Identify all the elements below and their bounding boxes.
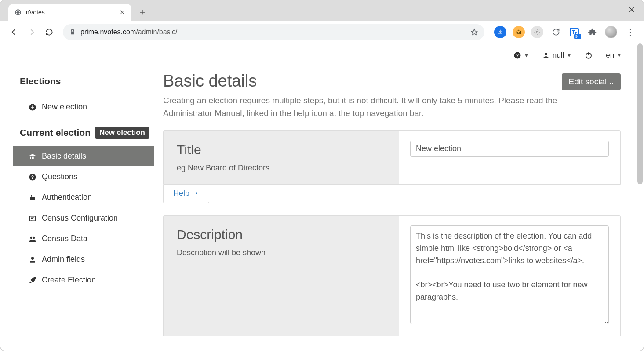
sidebar-item-label: Admin fields — [42, 255, 85, 264]
user-label: null — [553, 51, 564, 60]
help-toggle-title[interactable]: Help — [163, 185, 209, 203]
svg-rect-14 — [30, 197, 35, 200]
current-election-badge: New election — [95, 127, 149, 139]
sidebar-item-label: Basic details — [42, 152, 86, 161]
field-heading-description: Description — [177, 227, 386, 242]
new-tab-button[interactable] — [136, 6, 149, 19]
translate-extension-icon[interactable]: 9+ — [568, 26, 580, 38]
window-close-icon[interactable] — [627, 5, 637, 14]
edit-social-button[interactable]: Edit social... — [562, 73, 621, 90]
unlock-icon — [29, 194, 36, 202]
sidebar-item-basic-details[interactable]: Basic details — [13, 146, 154, 166]
close-tab-icon[interactable] — [119, 9, 125, 15]
svg-point-9 — [545, 53, 547, 55]
caret-down-icon: ▼ — [567, 53, 571, 58]
back-button[interactable] — [7, 25, 22, 40]
svg-point-17 — [33, 236, 35, 239]
tab-title: nVotes — [26, 9, 115, 16]
browser-menu-icon[interactable]: ⋮ — [623, 27, 637, 37]
chat-extension-icon[interactable] — [549, 26, 562, 38]
language-label: en — [606, 51, 614, 60]
user-menu[interactable]: null ▼ — [542, 51, 571, 60]
description-textarea[interactable] — [410, 225, 609, 324]
svg-point-3 — [517, 32, 518, 33]
sidebar-link-label: New election — [42, 102, 87, 112]
form-row-title: Title eg.New Board of Directors — [163, 130, 621, 185]
language-menu[interactable]: en ▼ — [606, 51, 622, 60]
form-row-description: Description Description will be shown — [163, 215, 621, 336]
power-button[interactable] — [585, 51, 593, 59]
puzzle-extension-icon[interactable] — [586, 26, 599, 38]
address-bar[interactable]: prime.nvotes.com/admin/basic/ — [63, 24, 484, 40]
sidebar-item-census-data[interactable]: Census Data — [13, 228, 154, 249]
browser-tab-strip: nVotes — [0, 0, 644, 21]
main-content: Basic details Edit social... Creating an… — [154, 67, 637, 351]
field-hint-description: Description will be shown — [177, 248, 386, 257]
caret-down-icon: ▼ — [524, 53, 529, 58]
users-icon — [29, 235, 36, 243]
svg-text:?: ? — [516, 53, 519, 58]
app-topbar: ? ▼ null ▼ en ▼ — [0, 43, 637, 67]
title-input[interactable] — [410, 141, 609, 157]
sidebar-item-label: Questions — [42, 172, 77, 181]
sidebar-item-label: Create Election — [42, 275, 96, 285]
lock-icon — [69, 29, 76, 36]
sidebar-item-label: Census Configuration — [42, 213, 118, 223]
sidebar-item-label: Census Data — [42, 234, 87, 243]
settings-extension-icon[interactable] — [531, 26, 543, 38]
scrollbar[interactable] — [637, 43, 644, 351]
svg-point-18 — [31, 257, 34, 260]
browser-tab[interactable]: nVotes — [8, 4, 131, 21]
sidebar: Elections New election Current election … — [0, 67, 154, 351]
sidebar-heading-elections: Elections — [13, 76, 154, 87]
bookmark-star-icon[interactable] — [470, 28, 478, 36]
reload-button[interactable] — [42, 25, 57, 40]
help-label: Help — [173, 189, 189, 198]
page-title: Basic details — [163, 72, 257, 90]
page-lead: Creating an election requires multiple s… — [163, 94, 585, 120]
forward-button[interactable] — [24, 25, 39, 40]
robot-extension-icon[interactable] — [513, 26, 525, 38]
user-icon — [29, 256, 36, 264]
sidebar-item-authentication[interactable]: Authentication — [13, 187, 154, 208]
plus-circle-icon — [29, 103, 36, 111]
globe-icon — [15, 9, 22, 16]
field-hint-title: eg.New Board of Directors — [177, 163, 386, 173]
svg-rect-1 — [71, 31, 74, 34]
svg-point-16 — [30, 236, 33, 239]
scrollbar-thumb[interactable] — [637, 43, 643, 184]
field-heading-title: Title — [177, 142, 386, 157]
profile-avatar[interactable] — [605, 26, 617, 38]
sidebar-nav: Basic details ? Questions Authentication — [13, 146, 154, 290]
svg-point-4 — [519, 32, 520, 33]
svg-point-5 — [536, 31, 538, 33]
sidebar-item-create-election[interactable]: Create Election — [13, 270, 154, 290]
bank-icon — [29, 152, 36, 160]
newspaper-icon — [29, 214, 36, 222]
svg-text:?: ? — [31, 174, 34, 179]
extensions-row: 9+ ⋮ — [491, 26, 637, 38]
url-text: prime.nvotes.com/admin/basic/ — [80, 28, 178, 36]
svg-rect-2 — [517, 31, 520, 34]
sidebar-item-census-configuration[interactable]: Census Configuration — [13, 208, 154, 228]
chevron-right-icon — [194, 191, 199, 196]
question-circle-icon: ? — [29, 173, 36, 181]
sidebar-heading-current: Current election — [20, 127, 91, 138]
sidebar-item-label: Authentication — [42, 193, 92, 202]
rocket-icon — [29, 276, 36, 284]
caret-down-icon: ▼ — [617, 53, 622, 58]
download-extension-icon[interactable] — [494, 26, 506, 38]
help-menu[interactable]: ? ▼ — [513, 51, 529, 59]
sidebar-new-election[interactable]: New election — [13, 97, 154, 117]
sidebar-item-admin-fields[interactable]: Admin fields — [13, 249, 154, 270]
browser-toolbar: prime.nvotes.com/admin/basic/ 9+ — [0, 21, 644, 43]
sidebar-item-questions[interactable]: ? Questions — [13, 166, 154, 187]
